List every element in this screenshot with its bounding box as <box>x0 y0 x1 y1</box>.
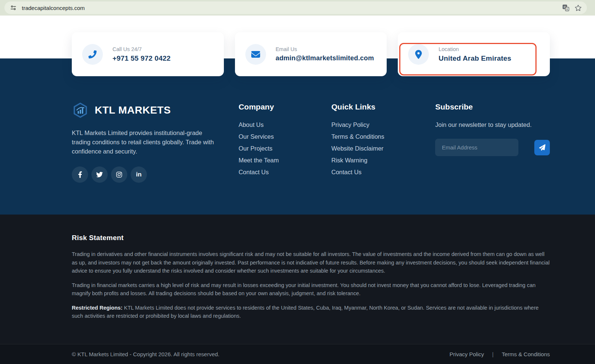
risk-title: Risk Statement <box>72 234 550 242</box>
address-bar[interactable]: tradecapitalconcepts.com G x <box>4 1 587 14</box>
risk-paragraph-1: Trading in derivatives and other financi… <box>72 250 550 275</box>
footer-about-column: KTL MARKETS KTL Markets Limited provides… <box>72 102 239 183</box>
social-links: in <box>72 166 239 183</box>
phone-number: +971 55 972 0422 <box>112 54 171 63</box>
link-website-disclaimer[interactable]: Website Disclaimer <box>331 145 383 152</box>
paper-plane-icon <box>539 144 545 151</box>
bottom-bar: © KTL Markets Limited - Copyright 2026. … <box>0 344 595 364</box>
svg-text:x: x <box>566 7 568 11</box>
link-meet-the-team[interactable]: Meet the Team <box>239 157 279 164</box>
envelope-icon <box>251 50 260 59</box>
browser-toolbar: tradecapitalconcepts.com G x <box>0 0 595 16</box>
star-icon[interactable] <box>574 4 582 11</box>
url-text[interactable]: tradecapitalconcepts.com <box>22 5 557 11</box>
footer-company-column: Company About Us Our Services Our Projec… <box>239 102 332 183</box>
linkedin-icon[interactable]: in <box>131 166 147 183</box>
restricted-regions-label: Restricted Regions: <box>72 305 122 311</box>
tune-icon[interactable] <box>10 4 17 11</box>
link-our-projects[interactable]: Our Projects <box>239 145 273 152</box>
translate-icon[interactable]: G x <box>562 4 569 11</box>
call-label: Call Us 24/7 <box>112 46 171 52</box>
location-value: United Arab Emirates <box>438 54 511 63</box>
subscribe-title: Subscribe <box>435 102 550 111</box>
quicklinks-title: Quick Links <box>331 102 435 111</box>
brand-name: KTL MARKETS <box>95 104 171 116</box>
link-our-services[interactable]: Our Services <box>239 133 274 140</box>
risk-paragraph-3: Restricted Regions: KTL Markets Limited … <box>72 304 550 320</box>
bottom-link-terms-conditions[interactable]: Terms & Conditions <box>502 351 550 357</box>
call-card: Call Us 24/7 +971 55 972 0422 <box>72 32 224 76</box>
subscribe-form <box>435 139 550 156</box>
email-card: Email Us admin@ktlmarketslimited.com <box>235 32 387 76</box>
send-button[interactable] <box>534 140 550 155</box>
bottom-link-privacy-policy[interactable]: Privacy Policy <box>450 351 484 357</box>
footer: Call Us 24/7 +971 55 972 0422 Email Us a… <box>0 58 595 215</box>
email-label: Email Us <box>276 46 374 52</box>
copyright-text: © KTL Markets Limited - Copyright 2026. … <box>72 351 219 357</box>
contact-cards-row: Call Us 24/7 +971 55 972 0422 Email Us a… <box>72 32 550 76</box>
location-pin-icon <box>415 50 422 59</box>
email-input[interactable] <box>435 139 518 156</box>
location-card: Location United Arab Emirates <box>398 32 550 76</box>
risk-paragraph-2: Trading in financial markets carries a h… <box>72 281 550 298</box>
link-about-us[interactable]: About Us <box>239 121 264 128</box>
link-risk-warning[interactable]: Risk Warning <box>331 157 367 164</box>
link-privacy-policy[interactable]: Privacy Policy <box>331 121 369 128</box>
subscribe-text: Join our newsletter to stay updated. <box>435 121 550 128</box>
link-terms-conditions[interactable]: Terms & Conditions <box>331 133 384 140</box>
phone-icon <box>88 50 97 58</box>
link-contact-us[interactable]: Contact Us <box>239 169 269 175</box>
brand-description: KTL Markets Limited provides institution… <box>72 128 217 156</box>
location-label: Location <box>438 46 511 52</box>
risk-statement-section: Risk Statement Trading in derivatives an… <box>0 215 595 344</box>
restricted-regions-text: KTL Markets Limited does not provide ser… <box>72 305 539 319</box>
link-contact-us-2[interactable]: Contact Us <box>331 169 362 175</box>
company-title: Company <box>239 102 332 111</box>
instagram-icon[interactable] <box>111 166 127 183</box>
link-separator: | <box>492 351 494 357</box>
facebook-icon[interactable] <box>72 166 88 183</box>
twitter-icon[interactable] <box>91 166 108 183</box>
brand-logo-icon <box>72 102 89 119</box>
footer-subscribe-column: Subscribe Join our newsletter to stay up… <box>435 102 550 183</box>
footer-quicklinks-column: Quick Links Privacy Policy Terms & Condi… <box>331 102 435 183</box>
email-address: admin@ktlmarketslimited.com <box>276 54 374 62</box>
